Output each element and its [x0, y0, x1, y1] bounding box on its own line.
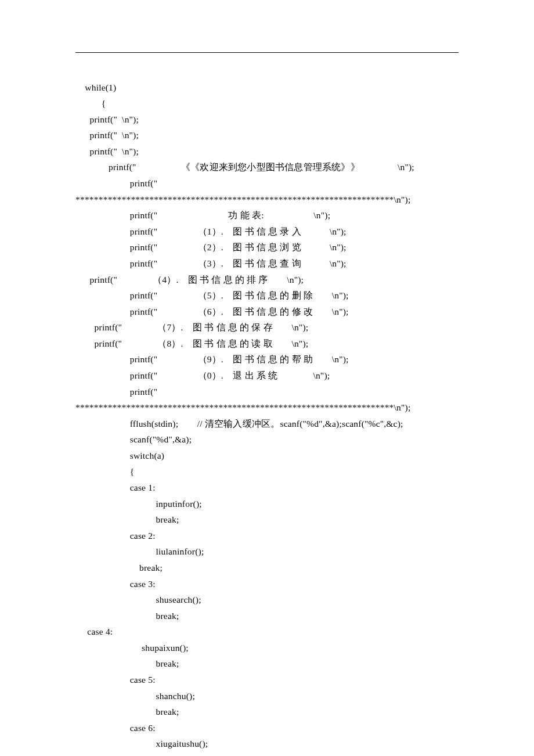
- code-line: printf(" （4）. 图 书 信 息 的 排 序 \n");: [75, 275, 304, 285]
- code-line: break;: [75, 611, 179, 621]
- code-line: {: [75, 98, 106, 108]
- code-line: while(1): [75, 82, 116, 92]
- code-line: switch(a): [75, 451, 164, 460]
- code-line: case 4:: [75, 627, 113, 636]
- code-line: printf(" （3）. 图 书 信 息 查 询 \n");: [75, 258, 347, 268]
- code-line: break;: [75, 658, 179, 668]
- code-line: printf(" （1）. 图 书 信 息 录 入 \n");: [75, 226, 347, 236]
- code-line: printf(" （0）. 退 出 系 统 \n");: [75, 370, 330, 380]
- code-line: liulaninfor();: [75, 546, 204, 556]
- code-line: case 3:: [75, 579, 156, 589]
- code-line: printf(" \n");: [75, 114, 139, 124]
- code-line: scanf("%d",&a);: [75, 434, 192, 444]
- code-line: printf(" \n");: [75, 146, 139, 156]
- code-line: printf(" （9）. 图 书 信 息 的 帮 助 \n");: [75, 354, 349, 364]
- code-line: case 5:: [75, 675, 156, 685]
- code-line: ****************************************…: [75, 195, 410, 204]
- code-line: printf(": [75, 387, 157, 397]
- code-line: printf(" （8）. 图 书 信 息 的 读 取 \n");: [75, 339, 308, 348]
- code-line: inputinfor();: [75, 499, 202, 509]
- code-line: shupaixun();: [75, 643, 189, 653]
- code-line: printf(": [75, 178, 157, 188]
- code-line: printf(" （2）. 图 书 信 息 浏 览 \n");: [75, 242, 347, 252]
- code-line: break;: [75, 514, 179, 524]
- code-line: case 1:: [75, 483, 156, 492]
- code-line: shanchu();: [75, 691, 195, 701]
- code-line: fflush(stdin); // 清空输入缓冲区。scanf("%d",&a)…: [75, 419, 403, 429]
- code-line: {: [75, 466, 134, 476]
- code-line: printf(" （5）. 图 书 信 息 的 删 除 \n");: [75, 290, 349, 300]
- code-line: shusearch();: [75, 595, 201, 604]
- code-line: xiugaitushu();: [75, 739, 208, 748]
- code-line: printf(" 功 能 表: \n");: [75, 210, 330, 220]
- code-line: break;: [75, 707, 179, 717]
- code-line: ****************************************…: [75, 402, 410, 412]
- code-line: case 2:: [75, 531, 156, 541]
- document-page: while(1) { printf(" \n"); printf(" \n");…: [0, 0, 534, 756]
- code-line: break;: [75, 563, 163, 573]
- code-line: printf(" （6）. 图 书 信 息 的 修 改 \n");: [75, 307, 349, 316]
- code-line: printf(" 《《欢迎来到您小型图书信息管理系统》》 \n");: [75, 162, 414, 172]
- code-line: printf(" （7）. 图 书 信 息 的 保 存 \n");: [75, 322, 308, 332]
- code-line: printf(" \n");: [75, 130, 139, 140]
- code-block: while(1) { printf(" \n"); printf(" \n");…: [75, 63, 459, 756]
- code-line: case 6:: [75, 723, 156, 733]
- top-rule: [75, 52, 459, 53]
